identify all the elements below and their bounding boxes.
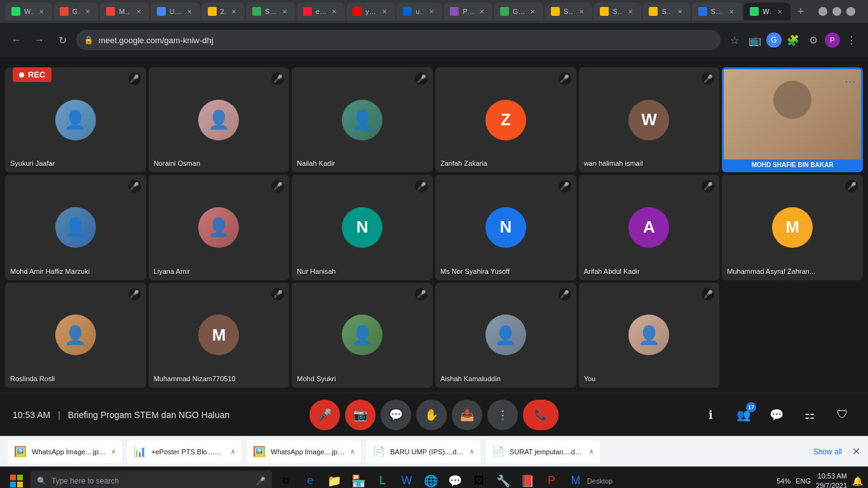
tools-icon[interactable]: 🔧 [492, 470, 515, 489]
participant-tile-p7[interactable]: 👤🎤Mohd Amir Haffiz Marzuki [5, 175, 146, 280]
participant-tile-p17[interactable]: 👤🎤You [579, 283, 720, 388]
forward-button[interactable]: → [31, 31, 48, 49]
safety-button[interactable]: 🛡 [830, 402, 855, 428]
meet-icon[interactable]: M [564, 470, 587, 489]
browser-tab-t14[interactable]: Slide...✕ [642, 3, 690, 20]
taskbar-search[interactable]: 🔍 Type here to search 🎤 [31, 471, 272, 489]
edge-browser-icon[interactable]: e [299, 470, 322, 489]
download-expand-d5[interactable]: ∧ [589, 448, 593, 455]
browser-tab-t9[interactable]: unifi...✕ [397, 3, 442, 20]
taskview-button[interactable]: ⧉ [275, 470, 297, 489]
participant-tile-p8[interactable]: 👤🎤Liyana Amir [149, 175, 290, 280]
participant-tile-p11[interactable]: A🎤Arifah Abdul Kadir [579, 175, 720, 280]
browser-tab-t12[interactable]: Slide...✕ [545, 3, 592, 20]
raise-hand-button[interactable]: ✋ [416, 400, 447, 430]
profile-button[interactable]: P [825, 32, 840, 48]
tab-close-t9[interactable]: ✕ [427, 7, 436, 16]
word-icon[interactable]: W [395, 470, 418, 489]
new-tab-button[interactable]: + [792, 3, 810, 20]
participant-options-p6[interactable]: ⋯ [844, 74, 856, 88]
participant-tile-p13[interactable]: 👤🎤Roslinda Rosli [5, 283, 146, 388]
address-bar[interactable]: 🔒 meet.google.com/gam-kniw-dhj [76, 30, 721, 50]
browser-tab-t11[interactable]: G-Cla...✕ [494, 3, 543, 20]
participant-tile-p16[interactable]: 👤🎤Aishah Kamaluddin [435, 283, 576, 388]
browser-tab-t2[interactable]: Gmail✕ [53, 3, 98, 20]
more-options-button[interactable]: ⋮ [843, 31, 860, 49]
tab-close-t13[interactable]: ✕ [626, 7, 635, 16]
download-expand-d3[interactable]: ∧ [350, 448, 355, 455]
tab-close-t12[interactable]: ✕ [577, 7, 586, 16]
participant-tile-p2[interactable]: 👤🎤Noraini Osman [149, 67, 290, 172]
more-options-meeting-button[interactable]: ⋮ [487, 400, 518, 430]
refresh-button[interactable]: ↻ [53, 31, 71, 49]
browser-tab-t16[interactable]: Wha...✕ [743, 3, 790, 20]
tab-close-t7[interactable]: ✕ [330, 7, 339, 16]
maximize-button[interactable] [832, 7, 841, 16]
download-item-d4[interactable]: 📄BARU UMP (IPS)....docx∧ [366, 440, 480, 463]
present-button[interactable]: 📤 [452, 400, 482, 430]
back-button[interactable]: ← [8, 31, 25, 49]
close-button[interactable] [846, 7, 855, 16]
participant-tile-p14[interactable]: M🎤Muhammad Nizam770510 [149, 283, 290, 388]
close-downloads-bar-button[interactable]: ✕ [852, 445, 860, 458]
participant-tile-p5[interactable]: W🎤wan halimah ismail [579, 67, 720, 172]
people-button[interactable]: 👥 17 [731, 402, 756, 428]
browser-tab-t1[interactable]: Wha...✕ [5, 3, 52, 20]
download-expand-d2[interactable]: ∧ [231, 448, 235, 455]
participant-tile-p12[interactable]: M🎤Muhammad Asyraf Zahran... [722, 175, 863, 280]
bookmark-button[interactable]: ☆ [726, 31, 743, 49]
tab-close-t15[interactable]: ✕ [727, 7, 736, 16]
download-item-d5[interactable]: 📄SURAT jemputan....docx∧ [485, 440, 600, 463]
tab-close-t1[interactable]: ✕ [37, 7, 46, 16]
browser-tab-t6[interactable]: See.T...✕ [246, 3, 295, 20]
download-item-d3[interactable]: 🖼️WhatsApp Image....jpeg∧ [247, 440, 361, 463]
end-call-button[interactable]: 📞 [523, 400, 559, 430]
start-button[interactable] [5, 470, 28, 489]
camera-off-button[interactable]: 📷 [345, 400, 376, 430]
browser-tab-t4[interactable]: Unive...✕ [151, 3, 200, 20]
tab-close-t11[interactable]: ✕ [528, 7, 537, 16]
activities-button[interactable]: ⚏ [797, 402, 822, 428]
cast-button[interactable]: 📺 [746, 31, 764, 49]
powerpoint-icon[interactable]: P [540, 470, 563, 489]
tab-close-t16[interactable]: ✕ [775, 7, 784, 16]
tab-close-t8[interactable]: ✕ [380, 7, 389, 16]
meeting-info-button[interactable]: ℹ [698, 402, 723, 428]
tab-close-t10[interactable]: ✕ [477, 7, 486, 16]
browser-tab-t5[interactable]: 2021✕ [201, 3, 245, 20]
browser-tab-t13[interactable]: Slide...✕ [593, 3, 641, 20]
participant-tile-p1[interactable]: 👤🎤Syukuri Jaafar [5, 67, 146, 172]
settings-button[interactable]: ⚙ [804, 31, 822, 49]
browser-tab-t15[interactable]: STEM...✕ [692, 3, 743, 20]
download-expand-d4[interactable]: ∧ [470, 448, 474, 455]
download-item-d2[interactable]: 📊+ePoster PTS Blo....pptx∧ [127, 440, 241, 463]
browser-tab-t7[interactable]: eCon...✕ [297, 3, 346, 20]
browser-tab-t3[interactable]: M Inb...✕ [100, 3, 149, 20]
tab-close-t14[interactable]: ✕ [675, 7, 684, 16]
browser-tab-t8[interactable]: youtu...✕ [346, 3, 395, 20]
chrome-icon[interactable]: 🌐 [419, 470, 442, 489]
tab-close-t2[interactable]: ✕ [83, 7, 92, 16]
captions-button[interactable]: 💬 [381, 400, 411, 430]
participant-tile-p6[interactable]: ⋯MOHD SHAFIE BIN BAKAR [722, 67, 863, 172]
tab-close-t5[interactable]: ✕ [229, 7, 238, 16]
whatsapp-icon[interactable]: 💬 [444, 470, 466, 489]
participant-tile-p10[interactable]: N🎤Ms Nor Syahira Yusoff [435, 175, 576, 280]
minimize-button[interactable] [818, 7, 827, 16]
participant-tile-p9[interactable]: N🎤Nur Hanisah [292, 175, 433, 280]
download-item-d1[interactable]: 🖼️WhatsApp Image....jpeg∧ [8, 440, 122, 463]
chat-button[interactable]: 💬 [764, 402, 789, 428]
acrobat-icon[interactable]: 📕 [516, 470, 539, 489]
browser-tab-t10[interactable]: Profe...✕ [444, 3, 492, 20]
participant-tile-p15[interactable]: 👤🎤Mohd Syukri [292, 283, 433, 388]
show-all-button[interactable]: Show all [813, 447, 842, 456]
mute-mic-button[interactable]: 🎤 [309, 400, 340, 430]
tab-close-t4[interactable]: ✕ [185, 7, 194, 16]
notifications-button[interactable]: 🔔 [852, 476, 863, 486]
desktop-button[interactable]: Desktop [588, 470, 611, 489]
participant-tile-p3[interactable]: 👤🎤Nailah Kadir [292, 67, 433, 172]
photos-icon[interactable]: 🖼 [468, 470, 491, 489]
extension-button[interactable]: G [766, 32, 782, 48]
store-icon[interactable]: 🏪 [347, 470, 370, 489]
download-expand-d1[interactable]: ∧ [111, 448, 116, 455]
